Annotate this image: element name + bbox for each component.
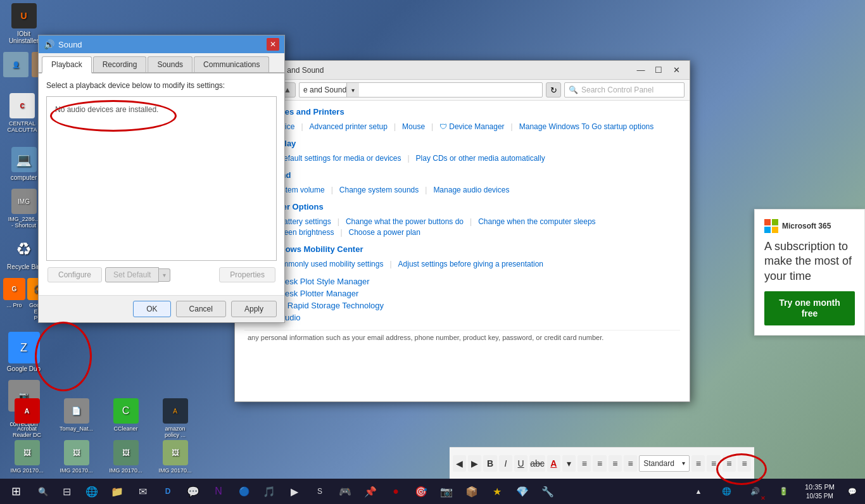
change-sounds-link[interactable]: Change system sounds [339,186,419,194]
properties-button[interactable]: Properties [219,267,275,282]
unordered-list-btn[interactable]: ≡ [707,455,720,472]
taskbar-game[interactable]: 🎮 [332,479,358,504]
outdent-btn[interactable]: ≡ [738,455,751,472]
configure-button[interactable]: Configure [47,267,102,282]
toolbar-forward-btn[interactable]: ▶ [468,455,481,472]
power-plan-link[interactable]: Choose a power plan [349,228,420,237]
central-label: CENTRALCALCUTTA [8,120,37,133]
toolbar-align-center[interactable]: ≡ [593,455,606,472]
taskbar-clock[interactable]: 10:35 PM 10/35 PM [800,482,840,500]
toolbar-italic-btn[interactable]: I [499,455,512,472]
desktop-icon-img5[interactable]: 🖼 IMG 20170... [151,440,199,474]
taskbar-red[interactable]: ● [383,479,408,504]
presentation-link[interactable]: Adjust settings before giving a presenta… [398,260,543,268]
ms365-cta-button[interactable]: Try one month free [764,291,855,325]
taskbar-explorer[interactable]: 📁 [104,479,130,504]
desktop-icon-img3[interactable]: 🖼 IMG 20170... [53,440,100,474]
recording-tab[interactable]: Recording [93,56,147,72]
desktop-icon-zoom[interactable]: Z Google Duo [3,332,44,372]
taskbar-onenote[interactable]: N [206,479,231,504]
close-button[interactable]: ✕ [668,64,685,77]
ok-button[interactable]: OK [133,301,170,317]
taskbar-music[interactable]: 🎵 [256,479,282,504]
desktop-icon-amazon[interactable]: A amazonpolicy ... [151,398,199,438]
toolbar-align-left[interactable]: ≡ [578,455,591,472]
toolbar-fontcolor-btn[interactable]: A [547,455,560,472]
play-cds-link[interactable]: Play CDs or other media automatically [416,154,545,163]
desktop-icon-central[interactable]: C CENTRALCALCUTTA [3,93,41,133]
sound-title-icon: 🔊 [44,39,54,49]
toolbar-align-right[interactable]: ≡ [609,455,622,472]
taskbar-media[interactable]: 📷 [434,479,459,504]
desktop-icon-tomay[interactable]: 📄 Tomay_Nat... [53,398,100,438]
toolbar-bold-btn[interactable]: B [483,455,496,472]
advanced-printer-link[interactable]: Advanced printer setup [310,122,388,131]
cp-sound-header: 🔊 Sound [244,170,680,183]
desktop-icon-acrobat[interactable]: A AcrobatReader DC [3,398,51,438]
cp-dell-audio: 🔊 Dell Audio [244,312,680,322]
tray-battery[interactable]: 🔋 [771,479,797,504]
taskbar-dalvik[interactable]: D [155,479,180,504]
desktop-icon-user1[interactable]: 👤 [3,52,28,79]
taskbar-pkg[interactable]: 📦 [459,479,484,504]
desktop-icon-img2[interactable]: 🖼 IMG 20170... [3,440,51,474]
taskbar-mail[interactable]: ✉ [130,479,155,504]
cancel-button[interactable]: Cancel [176,301,226,317]
address-dropdown[interactable]: ▾ [346,83,359,97]
minimize-button[interactable]: — [633,64,649,77]
style-dropdown[interactable]: Standard ▾ [639,455,690,472]
set-default-arrow[interactable]: ▾ [159,268,170,282]
toolbar-underline-btn[interactable]: U [514,455,527,472]
address-bar[interactable]: e and Sound ▾ [299,82,543,98]
taskbar-edge[interactable]: 🌐 [79,479,104,504]
toolbar-fontcolor-dropdown[interactable]: ▾ [562,455,576,472]
sound-dialog: 🔊 Sound ✕ Playback Recording Sounds Comm… [38,35,285,323]
taskbar-pin[interactable]: 📌 [358,479,383,504]
toolbar-strikethrough-btn[interactable]: abc [529,455,545,472]
indent-btn[interactable]: ≡ [723,455,736,472]
sleep-link[interactable]: Change when the computer sleeps [478,217,595,226]
desktop-icon-pro[interactable]: G ... Pro [3,278,25,321]
sounds-tab[interactable]: Sounds [148,56,193,72]
tray-volume[interactable]: 🔊✕ [743,479,768,504]
taskbar-star[interactable]: ★ [484,479,510,504]
taskbar-extra2[interactable]: 🔧 [535,479,560,504]
apply-button[interactable]: Apply [231,301,277,317]
set-default-button[interactable]: Set Default [105,267,159,282]
img3-icon: 🖼 [64,440,89,465]
taskbar-search[interactable]: 🔍 [32,479,54,504]
device-manager-link[interactable]: 🛡Device Manager [439,122,504,131]
mouse-link[interactable]: Mouse [402,122,425,131]
toolbar-back-btn[interactable]: ◀ [453,455,466,472]
sound-close-button[interactable]: ✕ [267,38,279,51]
communications-tab[interactable]: Communications [194,56,269,72]
search-icon: 🔍 [569,85,578,94]
windows-togo-link[interactable]: Manage Windows To Go startup options [519,122,654,131]
taskbar-task-view[interactable]: ⊟ [54,479,79,504]
toolbar-justify[interactable]: ≡ [624,455,637,472]
refresh-button[interactable]: ↻ [546,82,561,98]
manage-audio-link[interactable]: Manage audio devices [433,186,509,194]
ms365-headline: A subscription to make the most of your … [764,239,855,284]
desktop-icon-ccleaner[interactable]: C CCleaner [102,398,149,438]
cp-autodesk-plotter: 📄 Autodesk Plotter Manager [244,288,680,298]
taskbar-target[interactable]: 🎯 [408,479,434,504]
search-box[interactable]: 🔍 Search Control Panel [564,82,685,98]
taskbar-extra1[interactable]: 💎 [510,479,535,504]
taskbar-chat[interactable]: 💬 [180,479,206,504]
maximize-button[interactable]: ☐ [650,64,667,77]
desktop-icon-img4[interactable]: 🖼 IMG 20170... [102,440,149,474]
browser-toolbar-bar: ◀ ▶ B I U abc A ▾ ≡ ≡ ≡ ≡ Standard ▾ ≡ ≡… [450,447,754,479]
power-buttons-link[interactable]: Change what the power buttons do [346,217,464,226]
sound-instruction: Select a playback device below to modify… [46,81,277,90]
notification-button[interactable]: 💬 [843,479,862,504]
tray-expand[interactable]: ▲ [686,479,711,504]
playback-tab[interactable]: Playback [42,56,92,73]
tray-network[interactable]: 🌐 [714,479,740,504]
taskbar-video[interactable]: ▶ [282,479,307,504]
start-button[interactable]: ⊞ [0,479,32,504]
taskbar-steam[interactable]: S [307,479,332,504]
ms-blue-square [764,227,771,233]
taskbar-chrome[interactable]: 🔵 [231,479,256,504]
ordered-list-btn[interactable]: ≡ [691,455,705,472]
